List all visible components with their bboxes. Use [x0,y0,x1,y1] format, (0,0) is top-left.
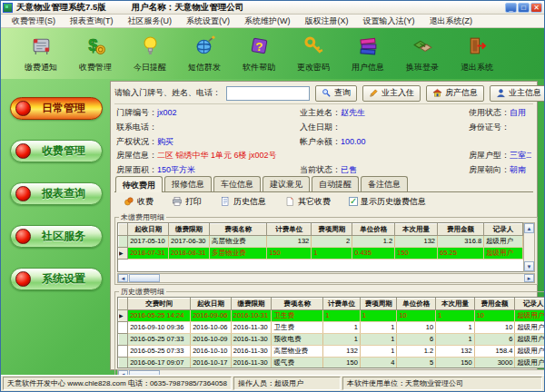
toolbar-label: 更改密码 [297,62,330,74]
history-fees-grid: 交费时间起收日期缴费限期费项名称计费单位费项周期单位价格本次用量费用金额记录人 … [117,297,545,368]
table-row[interactable]: 2016-09-10 09:362016-10-062016-11-30卫生费1… [119,322,545,334]
table-cell: 2017-06-30 [169,236,210,248]
menu-bar: 收费管理(S) 报表查询(T) 社区服务(U) 系统设置(V) 系统维护(W) … [1,15,544,28]
header-row: 交费时间起收日期缴费限期费项名称计费单位费项周期单位价格本次用量费用金额记录人 [119,299,545,310]
table-row[interactable]: ▶2018-07-312018-08-31多层物业费15010.43515065… [119,248,523,260]
table-cell: 多层物业费 [210,248,267,260]
row-marker [119,322,128,334]
table-cell: 卫生费 [272,322,323,334]
tab-repair-info[interactable]: 报修信息 [164,176,212,191]
fee-management-icon: $ [84,34,107,61]
scroll-right-icon[interactable]: ► [524,274,534,282]
table-cell: 预收电费 [272,334,323,346]
horizontal-scrollbar[interactable]: ◄ ► [117,273,535,283]
table-row[interactable]: 2016-05-25 07:332016-10-092016-11-30预收电费… [119,334,545,346]
tab-pending-fees[interactable]: 待收费用 [115,176,163,192]
red-sphere-icon [15,101,31,116]
print-button[interactable]: 打印 [172,196,202,208]
column-header: 本次用量 [436,299,475,310]
sidebar-item-system-settings[interactable]: 系统设置 [10,268,103,290]
payment-notice-icon [30,34,53,61]
owner-info-button[interactable]: 业主信息 [490,85,545,102]
field-empty [469,136,531,148]
maximize-button[interactable]: □ [518,3,530,13]
shift-login-icon [411,34,434,61]
menu-system-settings[interactable]: 系统设置(V) [179,15,237,27]
toolbar-exit-system[interactable]: 退出系统 [450,34,504,74]
column-header: 交费时间 [128,299,191,310]
table-row[interactable]: 2016-05-25 07:332016-10-102016-11-30高层物业… [119,346,545,358]
main-toolbar: 缴费通知 $ 收费管理 今日提醒 短信群发 ? 软件帮助 更改密码 用户信息 换… [1,28,544,79]
table-cell: 6 [474,334,515,346]
toolbar-change-password[interactable]: 更改密码 [286,34,341,74]
table-cell: 3000 [474,358,515,369]
table-cell: 1 [360,334,397,346]
history-info-button[interactable]: 历史信息 [220,196,266,208]
search-input[interactable] [226,86,310,101]
sidebar: 日常管理 收费管理 报表查询 社区服务 系统设置 [3,81,110,370]
column-header: 费项名称 [210,224,267,236]
menu-input-method[interactable]: 设置输入法(Y) [356,15,422,27]
app-icon [3,3,13,13]
charge-button[interactable]: 收费 [124,196,154,208]
menu-exit-system[interactable]: 退出系统(Z) [422,15,481,27]
toolbar-label: 收费管理 [79,62,112,74]
tab-auto-reminder[interactable]: 自动提醒 [312,176,359,191]
vertical-scrollbar[interactable]: ▲ ▼ [523,222,535,272]
tab-parking-info[interactable]: 车位信息 [213,176,261,191]
sidebar-item-daily-management[interactable]: 日常管理 [10,97,103,120]
sidebar-item-community-service[interactable]: 社区服务 [10,225,103,248]
title-bar: 天意物业管理系统7.5版 用户名称：天意物业管理公司 _ □ ✕ [1,1,544,15]
toolbar-sms-broadcast[interactable]: 短信群发 [177,34,232,74]
toolbar-shift-login[interactable]: 换班登录 [395,34,450,74]
toolbar-software-help[interactable]: ? 软件帮助 [232,34,286,74]
tab-remarks[interactable]: 备注信息 [361,176,408,191]
query-button[interactable]: 查询 [315,85,357,102]
toolbar-payment-notice[interactable]: 缴费通知 [14,34,68,74]
other-fees-button[interactable]: 其它收费 [284,196,331,208]
scroll-up-icon[interactable]: ▲ [524,223,534,233]
sidebar-item-report-query[interactable]: 报表查询 [10,182,103,205]
table-row[interactable]: 2016-06-17 09:072016-10-172016-11-30暖气费1… [119,358,545,369]
menu-copyright-register[interactable]: 版权注册(X) [298,15,356,27]
scrollbar-thumb[interactable] [129,274,160,282]
page-icon [284,196,295,207]
table-cell: 高层物业费 [210,236,267,248]
scroll-down-icon[interactable]: ▼ [524,261,534,271]
column-header: 费项周期 [360,299,397,310]
table-cell: 超级用户 [515,334,545,346]
table-row[interactable]: 2017-05-102017-06-30高层物业费13221.2132316.8… [119,236,523,248]
menu-fee-management[interactable]: 收费管理(S) [5,15,63,27]
printer-icon [172,196,183,207]
owner-movein-button[interactable]: 业主入住 [362,85,421,102]
table-row[interactable]: ▶2016-05-25 14:242016-09-062016-10-31卫生费… [119,310,545,322]
table-cell: 1 [323,310,361,322]
window-user-label: 用户名称：天意物业管理公司 [132,2,244,14]
close-button[interactable]: ✕ [530,3,542,13]
show-history-checkbox[interactable]: 显示历史缴费信息 [349,196,426,208]
toolbar-fee-management[interactable]: $ 收费管理 [68,34,123,74]
table-cell: 1 [360,346,397,358]
scroll-left-icon[interactable]: ◄ [118,274,128,282]
unpaid-fees-grid: 起收日期缴费限期费项名称计费单位费项周期单位价格本次用量费用金额记录人 2017… [117,222,523,272]
toolbar-user-info[interactable]: 用户信息 [341,34,395,74]
menu-system-maintenance[interactable]: 系统维护(W) [237,15,298,27]
menu-community-service[interactable]: 社区服务(U) [121,15,180,27]
row-marker: ▶ [119,310,128,322]
history-fees-table: 交费时间起收日期缴费限期费项名称计费单位费项周期单位价格本次用量费用金额记录人 … [118,298,545,368]
app-window: 天意物业管理系统7.5版 用户名称：天意物业管理公司 _ □ ✕ 收费管理(S)… [0,0,545,392]
sidebar-item-fee-management[interactable]: 收费管理 [10,140,103,162]
toolbar-today-reminder[interactable]: 今日提醒 [123,34,177,74]
coins-icon [124,196,134,207]
tab-suggestions[interactable]: 建议意见 [263,176,310,191]
menu-report-query[interactable]: 报表查询(T) [63,15,121,27]
tab-strip: 待收费用 报修信息 车位信息 建议意见 自动提醒 备注信息 [114,177,533,192]
search-icon [322,88,332,98]
column-header: 记录人 [515,299,545,310]
minimize-button[interactable]: _ [505,3,517,13]
house-info-button[interactable]: 房产信息 [426,85,484,102]
svg-text:?: ? [255,39,263,53]
software-help-icon: ? [248,34,271,61]
table-cell: 1 [360,310,397,322]
column-header: 单位价格 [397,299,436,310]
